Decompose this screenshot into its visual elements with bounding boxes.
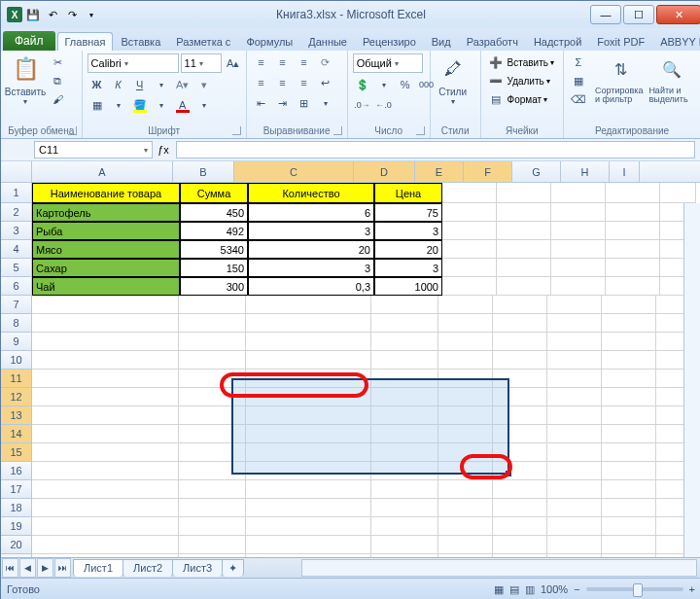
row-header[interactable]: 16: [1, 462, 32, 480]
cell[interactable]: [371, 296, 438, 314]
borders-icon[interactable]: ▦: [88, 96, 107, 114]
cell[interactable]: [246, 425, 371, 443]
cell[interactable]: 20: [374, 240, 442, 259]
cell[interactable]: [246, 351, 371, 370]
cell[interactable]: [371, 480, 438, 499]
cell[interactable]: [371, 462, 438, 480]
cell[interactable]: Чай: [32, 277, 180, 296]
zoom-in-button[interactable]: +: [689, 583, 695, 595]
cell[interactable]: [602, 333, 656, 351]
col-header-C[interactable]: C: [234, 161, 354, 182]
fill-color-icon[interactable]: 🪣: [130, 96, 150, 114]
col-header-A[interactable]: A: [32, 161, 173, 182]
cell[interactable]: [438, 554, 493, 557]
cell[interactable]: [371, 443, 438, 462]
cell[interactable]: [32, 406, 179, 425]
cell[interactable]: [602, 443, 656, 462]
cell[interactable]: 300: [180, 277, 248, 296]
row-header[interactable]: 18: [1, 499, 32, 517]
cell[interactable]: [179, 425, 246, 443]
cell[interactable]: [32, 536, 179, 554]
col-header-I[interactable]: I: [610, 161, 640, 182]
cell[interactable]: [246, 370, 371, 388]
row-header[interactable]: 4: [1, 240, 32, 259]
row-header[interactable]: 14: [1, 425, 32, 443]
cell[interactable]: [438, 425, 493, 443]
row-header[interactable]: 5: [1, 259, 32, 277]
cell[interactable]: [179, 443, 246, 462]
col-header-E[interactable]: E: [415, 161, 464, 182]
cell[interactable]: [606, 240, 660, 259]
decrease-indent-icon[interactable]: ⇤: [252, 94, 271, 112]
select-all-corner[interactable]: [1, 161, 32, 182]
tab-view[interactable]: Вид: [424, 32, 459, 51]
cell[interactable]: 3: [248, 259, 374, 277]
cell[interactable]: [547, 406, 602, 425]
cell[interactable]: [32, 443, 179, 462]
cell[interactable]: [371, 388, 438, 406]
merge-icon[interactable]: ⊞: [295, 94, 314, 112]
increase-decimal-icon[interactable]: .0→: [353, 96, 372, 114]
cell[interactable]: [547, 425, 602, 443]
cell[interactable]: [547, 554, 602, 557]
cell[interactable]: [493, 333, 547, 351]
cell[interactable]: [602, 554, 656, 557]
row-header[interactable]: 17: [1, 480, 32, 499]
align-top-icon[interactable]: ≡: [252, 53, 271, 71]
cell[interactable]: 450: [180, 203, 248, 222]
row-header[interactable]: 21: [1, 554, 32, 557]
cell[interactable]: [493, 499, 547, 517]
cell[interactable]: [606, 183, 660, 203]
cell[interactable]: [246, 462, 371, 480]
sort-filter-button[interactable]: ⇅ Сортировка и фильтр: [595, 53, 646, 104]
cell[interactable]: [246, 499, 371, 517]
cell[interactable]: [179, 388, 246, 406]
cell[interactable]: Сахар: [32, 259, 180, 277]
cell[interactable]: [551, 183, 606, 203]
cell[interactable]: [371, 554, 438, 557]
cell[interactable]: [497, 203, 551, 222]
cell[interactable]: [442, 259, 497, 277]
cell[interactable]: [438, 480, 493, 499]
cell[interactable]: Количество: [248, 183, 374, 203]
vertical-scrollbar[interactable]: [683, 203, 700, 557]
cell[interactable]: [551, 222, 606, 240]
cell[interactable]: 3: [374, 259, 442, 277]
new-sheet-tab[interactable]: ✦: [222, 559, 244, 577]
cell[interactable]: [32, 499, 179, 517]
cell[interactable]: [493, 370, 547, 388]
col-header-G[interactable]: G: [512, 161, 561, 182]
cell[interactable]: [493, 296, 547, 314]
cell[interactable]: [547, 536, 602, 554]
cell[interactable]: [246, 480, 371, 499]
autosum-icon[interactable]: Σ: [569, 53, 588, 71]
cell[interactable]: [371, 517, 438, 536]
decrease-decimal-icon[interactable]: ←.0: [374, 96, 394, 114]
row-header[interactable]: 3: [1, 222, 32, 240]
cell[interactable]: 75: [374, 203, 442, 222]
cell[interactable]: [606, 203, 660, 222]
cell[interactable]: [442, 183, 497, 203]
cell[interactable]: [602, 536, 656, 554]
align-left-icon[interactable]: ≡: [252, 74, 271, 91]
cell[interactable]: [371, 536, 438, 554]
cell[interactable]: [606, 259, 660, 277]
cell[interactable]: [438, 462, 493, 480]
align-center-icon[interactable]: ≡: [273, 74, 293, 91]
clear-icon[interactable]: ⌫: [569, 90, 588, 108]
cell[interactable]: [606, 277, 660, 296]
next-sheet-nav[interactable]: ▶: [37, 558, 53, 578]
cell[interactable]: [497, 222, 551, 240]
cell[interactable]: [179, 536, 246, 554]
cell[interactable]: [438, 443, 493, 462]
view-layout-icon[interactable]: ▤: [509, 583, 519, 596]
cell[interactable]: [438, 370, 493, 388]
file-tab[interactable]: Файл: [3, 31, 55, 51]
first-sheet-nav[interactable]: ⏮: [2, 558, 18, 578]
cell[interactable]: [493, 443, 547, 462]
cell[interactable]: [179, 406, 246, 425]
cell[interactable]: [179, 296, 246, 314]
cell[interactable]: [179, 370, 246, 388]
cell[interactable]: [438, 351, 493, 370]
cell[interactable]: [442, 277, 497, 296]
